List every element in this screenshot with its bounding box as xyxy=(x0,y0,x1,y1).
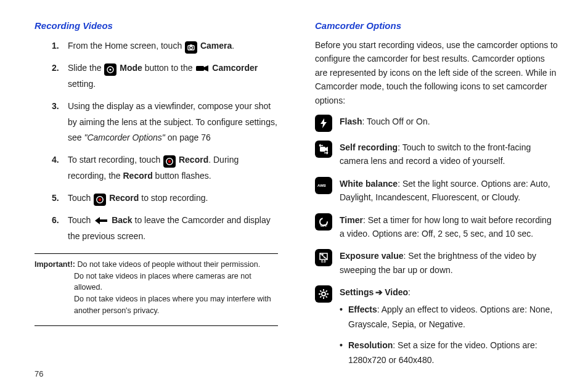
option-flash-title: Flash xyxy=(340,116,362,126)
option-timer-title: Timer xyxy=(340,215,363,225)
svg-rect-10 xyxy=(320,147,325,152)
heading-recording-videos: Recording Videos xyxy=(35,18,278,33)
svg-point-1 xyxy=(190,46,192,49)
sub-resolution-title: Resolution xyxy=(348,340,393,350)
camcorder-options-intro: Before you start recording videos, use t… xyxy=(315,38,558,107)
step-2-post: setting. xyxy=(68,79,96,89)
manual-page: Recording Videos From the Home screen, t… xyxy=(0,0,588,392)
svg-rect-5 xyxy=(196,66,204,71)
back-arrow-icon xyxy=(94,216,108,226)
svg-point-7 xyxy=(168,160,171,163)
step-1-camera-label: Camera xyxy=(198,41,232,51)
option-settings-label: Settings xyxy=(340,287,374,297)
exposure-icon: 0.0 xyxy=(315,249,332,266)
option-timer: OFF Timer: Set a timer for how long to w… xyxy=(315,213,558,241)
camera-icon xyxy=(185,41,197,54)
step-3-ref: "Camcorder Options" xyxy=(84,133,165,142)
divider xyxy=(35,253,278,254)
sub-effects-title: Effects xyxy=(348,304,377,314)
important-line-3: Do not take videos in places where you m… xyxy=(74,293,276,317)
self-recording-icon xyxy=(315,141,332,158)
settings-gear-icon xyxy=(315,285,332,303)
step-6-pre: Touch xyxy=(68,215,93,225)
flash-icon xyxy=(315,115,332,132)
option-white-balance: AWB White balance: Set the light source.… xyxy=(315,177,558,205)
sub-effects-body: : Apply an effect to videos. Options are… xyxy=(348,304,552,329)
step-2-camcorder-label: Camcorder xyxy=(210,63,258,73)
step-2: Slide the Mode button to the Camcorder s… xyxy=(68,60,278,92)
step-4: To start recording, touch Record. During… xyxy=(68,152,278,184)
important-line-2: Do not take videos in places where camer… xyxy=(74,271,276,294)
step-6: Touch Back to leave the Camcorder and di… xyxy=(68,213,278,245)
option-timer-body: : Set a timer for how long to wait befor… xyxy=(340,215,552,239)
option-settings-colon: : xyxy=(408,287,410,297)
important-note: Important!: Do not take videos of people… xyxy=(35,259,278,317)
step-4-record-label: Record xyxy=(176,155,208,165)
step-4-record-label-2: Record xyxy=(123,171,153,181)
steps-list: From the Home screen, touch Camera. Slid… xyxy=(35,38,278,245)
camcorder-icon xyxy=(195,64,209,73)
option-exposure-title: Exposure value xyxy=(340,251,404,261)
step-3-line2: on page 76 xyxy=(165,133,211,142)
step-2-mode-label: Mode xyxy=(117,63,142,73)
svg-point-16 xyxy=(322,292,325,296)
step-5-post: to stop recording. xyxy=(139,193,208,203)
option-flash: Flash: Touch Off or On. xyxy=(315,115,558,132)
option-exposure: 0.0 Exposure value: Set the brightness o… xyxy=(315,249,558,277)
record-icon xyxy=(163,155,176,168)
timer-icon: OFF xyxy=(315,213,332,231)
step-1: From the Home screen, touch Camera. xyxy=(68,38,278,54)
step-5: Touch Record to stop recording. xyxy=(68,190,278,206)
mode-icon xyxy=(104,63,116,76)
svg-text:AWB: AWB xyxy=(317,184,326,187)
important-label: Important!: xyxy=(35,260,75,269)
svg-point-9 xyxy=(99,198,102,202)
step-4-pre: To start recording, touch xyxy=(68,155,163,165)
step-2-mid: button to the xyxy=(142,63,195,73)
option-settings-video: Settings➔Video: Effects: Apply an effect… xyxy=(315,285,558,374)
right-column: Camcorder Options Before you start recor… xyxy=(311,18,558,377)
options-list: Flash: Touch Off or On. Self recording: … xyxy=(315,115,558,374)
step-5-pre: Touch xyxy=(68,193,93,203)
option-settings-video-label: Video xyxy=(385,287,408,297)
svg-point-4 xyxy=(110,68,112,70)
svg-text:0.0: 0.0 xyxy=(321,259,326,263)
step-4-post: button flashes. xyxy=(153,171,211,181)
svg-text:OFF: OFF xyxy=(321,224,328,227)
option-flash-body: : Touch Off or On. xyxy=(362,116,430,126)
option-self-recording: Self recording: Touch to switch to the f… xyxy=(315,141,558,168)
heading-camcorder-options: Camcorder Options xyxy=(315,18,558,33)
svg-rect-2 xyxy=(190,44,192,46)
step-1-pre: From the Home screen, touch xyxy=(68,41,184,51)
settings-sublist: Effects: Apply an effect to videos. Opti… xyxy=(340,303,558,367)
page-number: 76 xyxy=(35,369,43,378)
step-1-post: . xyxy=(232,41,234,51)
sub-resolution: Resolution: Set a size for the video. Op… xyxy=(348,338,558,368)
left-column: Recording Videos From the Home screen, t… xyxy=(35,18,282,377)
white-balance-icon: AWB xyxy=(315,177,332,194)
option-white-balance-title: White balance xyxy=(340,179,398,189)
step-6-back-label: Back xyxy=(109,215,132,225)
arrow-icon: ➔ xyxy=(375,287,383,297)
step-5-record-label: Record xyxy=(107,193,139,203)
sub-effects: Effects: Apply an effect to videos. Opti… xyxy=(348,303,558,332)
option-self-recording-title: Self recording xyxy=(340,142,398,152)
record-icon xyxy=(94,194,106,206)
step-2-pre: Slide the xyxy=(68,63,104,73)
important-line-1: Do not take videos of people without the… xyxy=(75,260,260,269)
step-3: Using the display as a viewfinder, compo… xyxy=(68,99,278,147)
divider xyxy=(35,325,278,326)
